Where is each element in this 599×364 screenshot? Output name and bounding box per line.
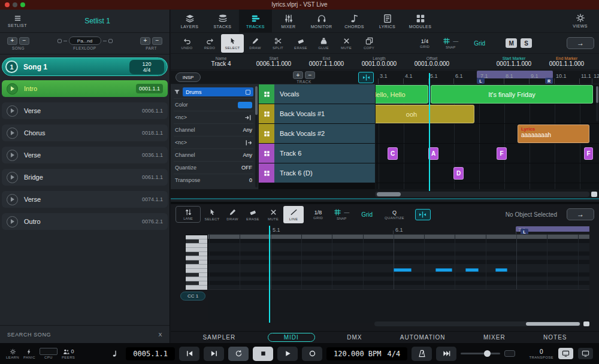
midi-grid-mode-dropdown[interactable]: Grid [361, 211, 373, 218]
arrange-ruler[interactable]: INSP + − TRACK 3.14.15.16.17.18.19.110.1… [171, 71, 599, 84]
song-search[interactable]: SEARCH SONG X [0, 325, 170, 343]
white-key[interactable] [186, 286, 207, 290]
global-mute-button[interactable]: M [506, 38, 517, 48]
midi-zoom-handle[interactable] [583, 321, 589, 326]
level-slider-knob[interactable] [484, 350, 491, 357]
part-item-verse[interactable]: Verse0074.1.1 [2, 191, 168, 208]
inspector-row-channel[interactable]: ChannelAny [174, 123, 253, 136]
lyric-event[interactable]: ooh [376, 105, 474, 123]
loop-start-marker[interactable]: L [477, 78, 485, 84]
inspector-row-color[interactable]: Color [174, 98, 253, 111]
transpose-control[interactable]: 0 TRANSPOSE [529, 348, 553, 359]
note-event[interactable]: C [388, 147, 398, 160]
lane-mode-button[interactable]: LANE [176, 206, 201, 223]
note-event[interactable]: F [497, 147, 507, 160]
end-marker-field[interactable]: End Marker 0001.1.1.000 [540, 56, 593, 67]
cycle-region[interactable] [477, 71, 553, 78]
part-item-intro[interactable]: Intro0001.1.1 [2, 80, 168, 97]
midi-note[interactable] [465, 268, 479, 272]
copy-button[interactable]: COPY [358, 34, 380, 53]
redo-button[interactable]: REDO [198, 34, 221, 53]
playhead-cursor[interactable] [429, 73, 430, 191]
part-item-verse[interactable]: Verse0036.1.1 [2, 147, 168, 163]
flexloop-end-node[interactable] [108, 39, 113, 43]
lyrics-event[interactable]: Lyricsaaaaaaaah [518, 125, 589, 143]
skip-back-button[interactable] [179, 347, 199, 361]
remove-track-button[interactable]: − [305, 71, 315, 79]
select-button[interactable]: SELECT [221, 34, 244, 53]
remove-song-button[interactable]: − [19, 37, 29, 45]
song-item[interactable]: 1 Song 1 120 4/4 [2, 57, 168, 76]
glue-button[interactable]: GLUE [312, 34, 335, 53]
inspector-scrollbar[interactable] [255, 86, 258, 187]
draw-button[interactable]: DRAW [244, 34, 267, 53]
stop-button[interactable] [253, 347, 273, 361]
track-header-back-vocals-1[interactable]: Back Vocals #1 [259, 104, 375, 123]
bottom-tab-midi[interactable]: MIDI [268, 333, 315, 342]
part-play-icon[interactable] [7, 83, 18, 95]
midi-go-to-arrow-button[interactable]: → [567, 208, 594, 220]
erase-button[interactable]: ERASE [289, 34, 312, 53]
midi-note[interactable] [435, 268, 452, 272]
midi-snap-toggle[interactable]: — SNAP [334, 208, 349, 220]
note-event[interactable]: D [453, 167, 464, 180]
add-song-button[interactable]: + [7, 37, 17, 45]
tab-stacks[interactable]: STACKS [206, 10, 239, 32]
inspector-preset-dropdown[interactable]: Drums [183, 87, 253, 96]
piano-roll[interactable] [208, 235, 589, 289]
level-value-box[interactable] [504, 350, 515, 357]
learn-button[interactable]: LEARN [6, 348, 19, 359]
midi-playhead-cursor[interactable] [269, 226, 270, 323]
color-swatch[interactable] [238, 102, 252, 108]
tab-modules[interactable]: MODULES [404, 10, 437, 32]
cycle-button[interactable] [228, 347, 249, 361]
snap-toggle[interactable]: — SNAP [443, 37, 458, 49]
white-key[interactable] [186, 256, 207, 260]
midi-note[interactable] [495, 268, 507, 272]
inspector-row-quantize[interactable]: QuantizeOFF [174, 161, 253, 174]
tempo-display[interactable]: 120.000 BPM 4/4 [326, 347, 407, 360]
timeline-ruler[interactable]: 3.14.15.16.17.18.19.110.111.112LR [375, 71, 599, 84]
inspector-row-channel[interactable]: ChannelAny [174, 148, 253, 161]
position-display[interactable]: 0005.1.1 [126, 347, 175, 360]
part-item-verse[interactable]: Verse0006.1.1 [2, 102, 168, 119]
setlist-name[interactable]: Setlist 1 [40, 17, 155, 25]
black-key[interactable] [186, 252, 207, 256]
midi-ruler[interactable]: 5.16.17.1L [208, 226, 589, 235]
tab-lyrics[interactable]: LYRICS [371, 10, 404, 32]
skip-forward-button[interactable] [204, 347, 224, 361]
midi-mute-button[interactable]: MUTE [263, 206, 283, 223]
bottom-tab-automation[interactable]: AUTOMATION [394, 333, 452, 341]
info-field-name[interactable]: NameTrack 4 [195, 56, 247, 67]
white-key[interactable] [186, 269, 207, 273]
primary-display-button[interactable] [558, 348, 573, 359]
undo-button[interactable]: UNDO [176, 34, 198, 53]
midi-auto-scroll-button[interactable] [415, 209, 431, 220]
arrange-horizontal-scrollbar[interactable] [375, 192, 589, 197]
remove-part-button[interactable]: − [152, 37, 162, 45]
grid-mode-dropdown[interactable]: Grid [474, 40, 485, 47]
inspector-row-transpose[interactable]: Transpose0 [174, 174, 253, 186]
black-key[interactable] [186, 260, 207, 265]
white-key[interactable] [186, 244, 207, 248]
part-play-icon[interactable] [7, 216, 18, 228]
part-item-outro[interactable]: Outro0076.2.1 [2, 213, 168, 230]
bottom-tab-sampler[interactable]: SAMPLER [196, 333, 241, 341]
tab-views[interactable]: VIEWS [564, 10, 597, 32]
midi-select-button[interactable]: SELECT [202, 206, 222, 223]
track-header-vocals[interactable]: Vocals [259, 84, 375, 104]
metronome-button[interactable] [412, 347, 432, 361]
auto-scroll-button[interactable] [358, 72, 374, 83]
loop-end-marker[interactable]: R [545, 78, 553, 84]
part-play-icon[interactable] [7, 172, 18, 183]
bottom-tab-mixer[interactable]: MIXER [477, 333, 512, 341]
arrange-zoom-handle[interactable] [591, 192, 597, 197]
lyric-event[interactable]: Hello, Hello [376, 85, 428, 104]
beat-indicator-button[interactable] [108, 347, 122, 360]
black-key[interactable] [186, 281, 207, 286]
flexloop-field[interactable]: Pa...nd [69, 37, 101, 45]
midi-grid-value-selector[interactable]: 1/8 GRID [313, 210, 323, 220]
panic-button[interactable]: PANIC [23, 348, 35, 359]
part-play-icon[interactable] [7, 105, 18, 117]
secondary-display-button[interactable] [578, 348, 593, 359]
